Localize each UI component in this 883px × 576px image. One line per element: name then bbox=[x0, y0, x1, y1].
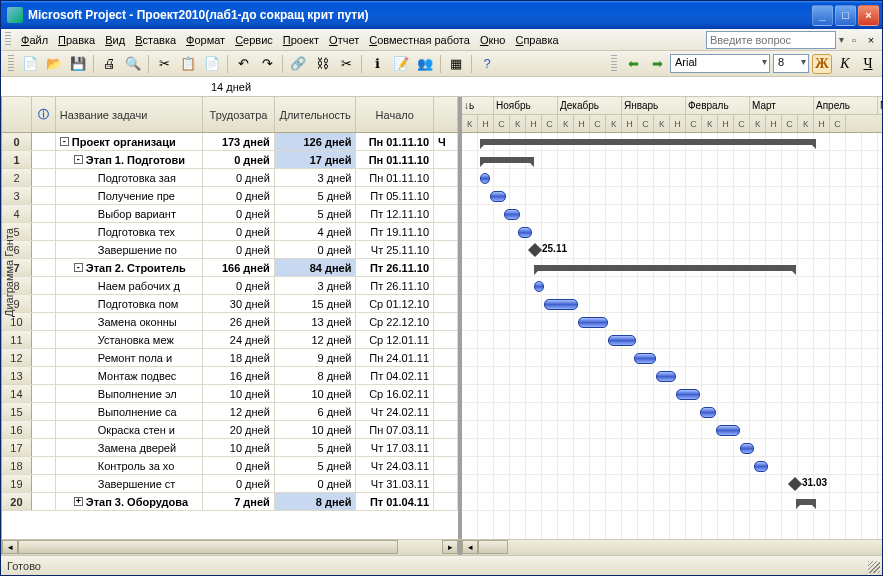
month-header[interactable]: Март bbox=[750, 97, 814, 114]
start-cell[interactable]: Пт 19.11.10 bbox=[356, 223, 434, 240]
help-button[interactable]: ? bbox=[476, 53, 498, 75]
extra-cell[interactable] bbox=[434, 313, 458, 330]
work-cell[interactable]: 16 дней bbox=[203, 367, 275, 384]
extra-cell[interactable] bbox=[434, 205, 458, 222]
timescale-tick[interactable]: К bbox=[702, 115, 718, 132]
extra-cell[interactable] bbox=[434, 439, 458, 456]
col-extra-header[interactable] bbox=[434, 97, 458, 132]
row-info[interactable] bbox=[32, 457, 56, 474]
extra-cell[interactable] bbox=[434, 367, 458, 384]
work-cell[interactable]: 0 дней bbox=[203, 169, 275, 186]
open-button[interactable]: 📂 bbox=[43, 53, 65, 75]
duration-cell[interactable]: 5 дней bbox=[275, 205, 357, 222]
timescale-tick[interactable]: С bbox=[686, 115, 702, 132]
start-cell[interactable]: Чт 31.03.11 bbox=[356, 475, 434, 492]
work-cell[interactable]: 30 дней bbox=[203, 295, 275, 312]
start-cell[interactable]: Пн 01.11.10 bbox=[356, 133, 434, 150]
row-info[interactable] bbox=[32, 205, 56, 222]
month-header[interactable]: Февраль bbox=[686, 97, 750, 114]
row-info[interactable] bbox=[32, 187, 56, 204]
duration-cell[interactable]: 5 дней bbox=[275, 457, 357, 474]
underline-button[interactable]: Ч bbox=[858, 54, 878, 74]
extra-cell[interactable] bbox=[434, 223, 458, 240]
menu-справка[interactable]: Справка bbox=[510, 32, 563, 48]
extra-cell[interactable] bbox=[434, 331, 458, 348]
gantt-row[interactable] bbox=[462, 385, 882, 403]
extra-cell[interactable] bbox=[434, 169, 458, 186]
start-cell[interactable]: Пт 04.02.11 bbox=[356, 367, 434, 384]
preview-button[interactable]: 🔍 bbox=[122, 53, 144, 75]
start-cell[interactable]: Пн 01.11.10 bbox=[356, 169, 434, 186]
table-row[interactable]: 11Установка меж24 дней12 днейСр 12.01.11 bbox=[2, 331, 458, 349]
table-row[interactable]: 20+Этап 3. Оборудова7 дней8 днейПт 01.04… bbox=[2, 493, 458, 511]
task-name-cell[interactable]: Наем рабочих д bbox=[56, 277, 203, 294]
start-cell[interactable]: Ср 22.12.10 bbox=[356, 313, 434, 330]
month-header[interactable]: ↓ь bbox=[462, 97, 494, 114]
task-bar[interactable] bbox=[676, 389, 700, 400]
duration-cell[interactable]: 8 дней bbox=[275, 367, 357, 384]
font-size-select[interactable]: 8 bbox=[773, 54, 809, 73]
milestone-icon[interactable] bbox=[528, 243, 542, 257]
table-row[interactable]: 17Замена дверей10 дней5 днейЧт 17.03.11 bbox=[2, 439, 458, 457]
timescale-tick[interactable]: Н bbox=[478, 115, 494, 132]
scroll-left-button[interactable]: ◂ bbox=[462, 540, 478, 554]
summary-bar[interactable] bbox=[480, 139, 816, 145]
task-name-cell[interactable]: Контроль за хо bbox=[56, 457, 203, 474]
redo-button[interactable]: ↷ bbox=[256, 53, 278, 75]
table-row[interactable]: 14Выполнение эл10 дней10 днейСр 16.02.11 bbox=[2, 385, 458, 403]
row-id[interactable]: 3 bbox=[2, 187, 32, 204]
row-info[interactable] bbox=[32, 151, 56, 168]
task-bar[interactable] bbox=[504, 209, 520, 220]
task-name-cell[interactable]: Выполнение са bbox=[56, 403, 203, 420]
task-bar[interactable] bbox=[700, 407, 716, 418]
start-cell[interactable]: Пн 07.03.11 bbox=[356, 421, 434, 438]
table-row[interactable]: 12Ремонт пола и18 дней9 днейПн 24.01.11 bbox=[2, 349, 458, 367]
mdi-restore-button[interactable]: ▫ bbox=[847, 33, 861, 47]
maximize-button[interactable]: □ bbox=[835, 5, 856, 26]
row-info[interactable] bbox=[32, 331, 56, 348]
timescale-top[interactable]: ↓ьНоябрьДекабрьЯнварьФевральМартАпрельМа bbox=[462, 97, 882, 115]
table-row[interactable]: 16Окраска стен и20 дней10 днейПн 07.03.1… bbox=[2, 421, 458, 439]
minimize-button[interactable]: _ bbox=[812, 5, 833, 26]
resize-grip-icon[interactable] bbox=[868, 561, 880, 573]
gantt-row[interactable] bbox=[462, 421, 882, 439]
row-info[interactable] bbox=[32, 259, 56, 276]
start-cell[interactable]: Пт 26.11.10 bbox=[356, 259, 434, 276]
duration-cell[interactable]: 0 дней bbox=[275, 241, 357, 258]
start-cell[interactable]: Пн 01.11.10 bbox=[356, 151, 434, 168]
extra-cell[interactable] bbox=[434, 457, 458, 474]
summary-bar[interactable] bbox=[796, 499, 816, 505]
paste-button[interactable]: 📄 bbox=[201, 53, 223, 75]
table-row[interactable]: 8Наем рабочих д0 дней3 днейПт 26.11.10 bbox=[2, 277, 458, 295]
table-row[interactable]: 3Получение пре0 дней5 днейПт 05.11.10 bbox=[2, 187, 458, 205]
menu-отчет[interactable]: Отчет bbox=[324, 32, 364, 48]
timescale-tick[interactable]: С bbox=[542, 115, 558, 132]
timescale-tick[interactable]: С bbox=[734, 115, 750, 132]
task-name-cell[interactable]: Подготовка тех bbox=[56, 223, 203, 240]
extra-cell[interactable] bbox=[434, 241, 458, 258]
duration-cell[interactable]: 5 дней bbox=[275, 187, 357, 204]
row-info[interactable] bbox=[32, 475, 56, 492]
work-cell[interactable]: 10 дней bbox=[203, 439, 275, 456]
task-name-cell[interactable]: Ремонт пола и bbox=[56, 349, 203, 366]
task-name-cell[interactable]: -Этап 2. Строитель bbox=[56, 259, 203, 276]
gantt-row[interactable] bbox=[462, 295, 882, 313]
toolbar-grip[interactable] bbox=[611, 55, 617, 73]
table-row[interactable]: 6Завершение по0 дней0 днейЧт 25.11.10 bbox=[2, 241, 458, 259]
table-row[interactable]: 18Контроль за хо0 дней5 днейЧт 24.03.11 bbox=[2, 457, 458, 475]
col-info-header[interactable] bbox=[32, 97, 56, 132]
view-bar[interactable]: Диаграмма Ганта bbox=[1, 97, 2, 555]
row-info[interactable] bbox=[32, 403, 56, 420]
task-bar[interactable] bbox=[656, 371, 676, 382]
duration-cell[interactable]: 84 дней bbox=[275, 259, 357, 276]
timescale-tick[interactable]: Н bbox=[766, 115, 782, 132]
task-bar[interactable] bbox=[754, 461, 768, 472]
task-bar[interactable] bbox=[480, 173, 490, 184]
table-row[interactable]: 19Завершение ст0 дней0 днейЧт 31.03.11 bbox=[2, 475, 458, 493]
timescale-tick[interactable]: К bbox=[558, 115, 574, 132]
notes-button[interactable]: 📝 bbox=[390, 53, 412, 75]
row-id[interactable]: 14 bbox=[2, 385, 32, 402]
timescale-tick[interactable]: К bbox=[606, 115, 622, 132]
timescale-tick[interactable]: С bbox=[638, 115, 654, 132]
row-info[interactable] bbox=[32, 349, 56, 366]
